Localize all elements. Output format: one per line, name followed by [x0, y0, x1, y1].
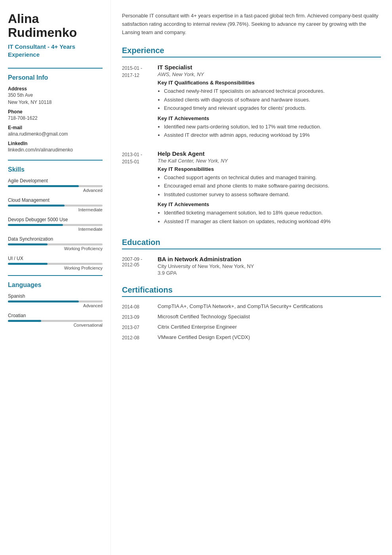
languages-divider: [8, 275, 103, 276]
linkedin-value: linkedin.com/in/alinarudimenko: [8, 147, 103, 153]
candidate-name: Alina Rudimenko: [8, 12, 103, 40]
skill-bar-bg: [8, 205, 103, 207]
exp-company: AWS, New York, NY: [158, 71, 381, 77]
education-title: Education: [122, 238, 381, 249]
skill-name: Devops Debugger 5000 Use: [8, 217, 103, 222]
lang-bar-bg: [8, 320, 103, 322]
skill-item: UI / UX Working Proficiency: [8, 256, 103, 270]
skill-name: Cloud Management: [8, 197, 103, 203]
skill-item: Devops Debugger 5000 Use Intermediate: [8, 217, 103, 232]
cert-date: 2013-07: [122, 324, 158, 330]
skill-level: Advanced: [8, 188, 103, 193]
exp-qualifications-list: Coached support agents on technical duti…: [164, 174, 381, 199]
phone-value: 718-708-1622: [8, 115, 103, 121]
personal-divider: [8, 68, 103, 69]
skill-level: Working Proficiency: [8, 246, 103, 251]
skill-name: Data Synchronization: [8, 236, 103, 242]
lang-bar-fill: [8, 300, 79, 302]
list-item: Instituted customer survey to assess sof…: [164, 191, 381, 199]
lang-name: Croatian: [8, 313, 103, 318]
certifications-title: Certifications: [122, 285, 381, 297]
skills-title: Skills: [8, 166, 103, 173]
education-item: 2007-09 -2012-05 BA in Network Administr…: [122, 256, 381, 276]
skill-bar-fill: [8, 185, 79, 187]
certification-item: 2012-08 VMware Certified Design Expert (…: [122, 334, 381, 341]
list-item: Assisted clients with diagnosis of softw…: [164, 96, 381, 104]
list-item: Coached newly-hired IT specialists on ad…: [164, 87, 381, 95]
linkedin-label: LinkedIn: [8, 141, 103, 146]
languages-list: Spanish Advanced Croatian Conversational: [8, 293, 103, 327]
list-item: Assisted IT director with admin apps, re…: [164, 131, 381, 139]
list-item: Assisted IT manager as client liaison on…: [164, 218, 381, 226]
skills-divider: [8, 160, 103, 161]
cert-name: VMware Certified Design Expert (VCDX): [158, 334, 381, 341]
skill-bar-fill: [8, 224, 63, 226]
skill-bar-fill: [8, 263, 48, 265]
candidate-title: IT Consultant - 4+ Years Experience: [8, 43, 103, 58]
edu-degree: BA in Network Administration: [158, 256, 381, 262]
exp-achievements-title: Key IT Achievements: [158, 115, 381, 121]
exp-date: 2013-01 -2015-01: [122, 150, 158, 229]
exp-achievements-list: Identified new parts-ordering solution, …: [164, 123, 381, 139]
languages-title: Languages: [8, 281, 103, 289]
exp-details: Help Desk Agent The Kall Center, New Yor…: [158, 150, 381, 229]
skill-name: Agile Development: [8, 178, 103, 184]
resume-container: Alina Rudimenko IT Consultant - 4+ Years…: [0, 0, 392, 555]
edu-school: City University of New York, New York, N…: [158, 263, 381, 269]
experience-title: Experience: [122, 46, 381, 57]
exp-qualifications-title: Key IT Qualifications & Responsibilities: [158, 80, 381, 86]
skill-item: Agile Development Advanced: [8, 178, 103, 193]
experience-item: 2013-01 -2015-01 Help Desk Agent The Kal…: [122, 150, 381, 229]
main-content: Personable IT consultant with 4+ years e…: [111, 0, 392, 555]
skill-item: Data Synchronization Working Proficiency: [8, 236, 103, 251]
sidebar: Alina Rudimenko IT Consultant - 4+ Years…: [0, 0, 111, 555]
skill-level: Intermediate: [8, 207, 103, 212]
language-item: Croatian Conversational: [8, 313, 103, 327]
cert-date: 2012-08: [122, 334, 158, 341]
exp-details: IT Specialist AWS, New York, NY Key IT Q…: [158, 64, 381, 142]
certification-item: 2013-07 Citrix Certified Enterprise Engi…: [122, 324, 381, 330]
edu-date: 2007-09 -2012-05: [122, 256, 158, 276]
cert-name: Citrix Certified Enterprise Engineer: [158, 324, 381, 330]
phone-label: Phone: [8, 109, 103, 115]
exp-company: The Kall Center, New York, NY: [158, 158, 381, 164]
lang-bar-fill: [8, 320, 41, 322]
edu-details: BA in Network Administration City Univer…: [158, 256, 381, 276]
skill-bar-bg: [8, 224, 103, 226]
lang-level: Advanced: [8, 303, 103, 308]
lang-bar-bg: [8, 300, 103, 302]
exp-job-title: IT Specialist: [158, 64, 381, 71]
lang-level: Conversational: [8, 323, 103, 327]
exp-date: 2015-01 -2017-12: [122, 64, 158, 142]
email-value: alina.rudimenko@gmail.com: [8, 131, 103, 137]
list-item: Coached support agents on technical duti…: [164, 174, 381, 182]
exp-job-title: Help Desk Agent: [158, 150, 381, 157]
certification-item: 2013-09 Microsoft Certified Technology S…: [122, 314, 381, 320]
skill-bar-bg: [8, 185, 103, 187]
education-list: 2007-09 -2012-05 BA in Network Administr…: [122, 256, 381, 276]
cert-name: CompTIA A+, CompTIA Network+, and CompTI…: [158, 303, 381, 310]
cert-date: 2014-08: [122, 303, 158, 310]
list-item: Encouraged timely and relevant upgrades …: [164, 104, 381, 112]
address-line1: 350 5th Ave: [8, 92, 103, 98]
skill-bar-fill: [8, 205, 65, 207]
exp-qualifications-list: Coached newly-hired IT specialists on ad…: [164, 87, 381, 112]
exp-achievements-title: Key IT Achievements: [158, 201, 381, 207]
education-section: Education 2007-09 -2012-05 BA in Network…: [122, 238, 381, 276]
cert-date: 2013-09: [122, 314, 158, 320]
skill-bar-fill: [8, 243, 48, 245]
certifications-list: 2014-08 CompTIA A+, CompTIA Network+, an…: [122, 303, 381, 341]
experience-item: 2015-01 -2017-12 IT Specialist AWS, New …: [122, 64, 381, 142]
skill-level: Working Proficiency: [8, 266, 103, 270]
edu-gpa: 3.9 GPA: [158, 270, 381, 276]
exp-achievements-list: Identified ticketing management solution…: [164, 209, 381, 225]
summary-text: Personable IT consultant with 4+ years e…: [122, 12, 381, 36]
list-item: Identified new parts-ordering solution, …: [164, 123, 381, 131]
exp-qualifications-title: Key IT Responsibilities: [158, 166, 381, 172]
email-label: E-mail: [8, 125, 103, 130]
certification-item: 2014-08 CompTIA A+, CompTIA Network+, an…: [122, 303, 381, 310]
list-item: Identified ticketing management solution…: [164, 209, 381, 217]
experience-list: 2015-01 -2017-12 IT Specialist AWS, New …: [122, 64, 381, 228]
skill-bar-bg: [8, 243, 103, 245]
lang-name: Spanish: [8, 293, 103, 299]
